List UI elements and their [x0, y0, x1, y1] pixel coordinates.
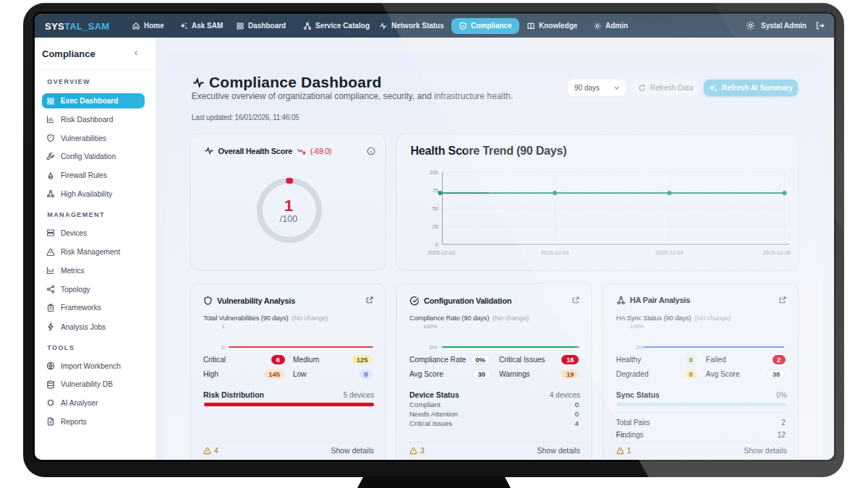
svg-text:2025-12-05: 2025-12-05	[762, 249, 790, 256]
svg-text:50: 50	[432, 205, 438, 212]
svg-text:100: 100	[429, 169, 438, 176]
svg-text:0: 0	[435, 241, 438, 248]
svg-text:2025-12-03: 2025-12-03	[540, 249, 568, 256]
svg-text:25: 25	[432, 223, 438, 230]
svg-text:2025-12-04: 2025-12-04	[655, 249, 683, 256]
svg-text:75: 75	[432, 187, 438, 194]
svg-text:2025-12-02: 2025-12-02	[427, 249, 455, 256]
